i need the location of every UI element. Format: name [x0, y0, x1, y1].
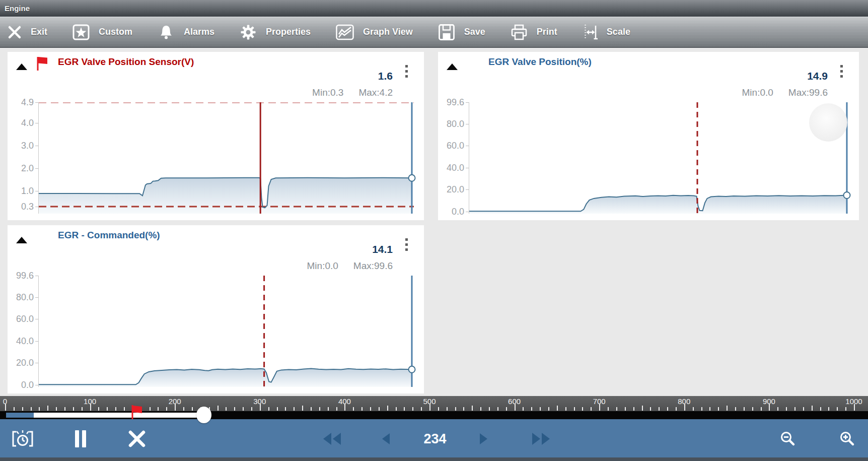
step-forward-button[interactable]: [477, 430, 491, 447]
alarm-flag-icon: [36, 56, 48, 71]
toolbar-button-graph-view[interactable]: Graph View: [335, 24, 413, 41]
toolbar-button-properties[interactable]: Properties: [239, 23, 311, 41]
pause-button[interactable]: [72, 428, 89, 449]
y-tick-label: 1.0: [21, 186, 34, 195]
plot-area[interactable]: [38, 102, 414, 214]
graph-area: EGR Valve Position Sensor(V) 1.6 Min:0.3…: [0, 48, 868, 396]
zoom-out-icon: [779, 430, 797, 447]
ruler-tick: [379, 407, 380, 411]
zoom-out-button[interactable]: [777, 428, 799, 449]
ruler-tick: [659, 407, 660, 411]
toolbar-label-alarms: Alarms: [184, 27, 214, 37]
collapse-arrow-button[interactable]: [16, 236, 28, 245]
plot-row: 4.94.03.02.01.00.3: [15, 102, 414, 214]
ruler-tick: [523, 407, 524, 411]
toolbar-label-properties: Properties: [266, 27, 311, 37]
ruler-tick: [268, 407, 269, 411]
collapse-arrow-button[interactable]: [16, 63, 28, 72]
ruler-tick: [82, 407, 83, 411]
bell-icon: [157, 24, 175, 41]
snapshot-button[interactable]: [9, 427, 36, 451]
ruler-tick: [14, 407, 15, 411]
window-title: Engine: [5, 4, 30, 13]
toolbar-button-print[interactable]: Print: [510, 24, 557, 41]
ruler-tick: [727, 406, 728, 411]
y-tick-label: 20.0: [16, 358, 34, 367]
timeline-thumb[interactable]: [196, 407, 211, 423]
exit-x-icon: [7, 25, 22, 40]
timeline-scrollbar[interactable]: [0, 411, 868, 419]
min-value: Min:0.0: [742, 87, 773, 98]
y-tick-label: 3.0: [21, 141, 34, 150]
min-value: Min:0.0: [307, 260, 338, 272]
chart-menu-button[interactable]: [403, 63, 410, 80]
y-axis-labels: 4.94.03.02.01.00.3: [15, 102, 38, 214]
timeline-flag-marker[interactable]: [131, 405, 143, 419]
zoom-in-button[interactable]: [837, 428, 858, 449]
ruler-tick: [447, 407, 448, 411]
collapse-arrow-button[interactable]: [446, 63, 458, 72]
y-tick-label: 4.9: [21, 98, 34, 107]
toolbar-label-exit: Exit: [31, 27, 47, 37]
timeline-ruler[interactable]: 01002003004005006007008009001000: [0, 396, 868, 411]
ruler-tick: [744, 407, 745, 411]
toolbar-button-exit[interactable]: Exit: [7, 25, 47, 40]
y-axis-labels: 99.680.060.040.020.00.0: [15, 276, 38, 387]
toolbar-button-save[interactable]: Save: [438, 23, 485, 41]
chart-menu-button[interactable]: [838, 63, 845, 80]
ruler-tick: [676, 407, 677, 411]
y-tick-label: 0.0: [452, 207, 464, 216]
ruler-label: 900: [763, 397, 775, 406]
rewind-button[interactable]: [320, 430, 344, 448]
y-tick-label: 80.0: [447, 119, 464, 128]
ruler-tick: [489, 407, 490, 411]
star-icon: [72, 23, 90, 41]
toolbar-button-alarms[interactable]: Alarms: [157, 24, 214, 41]
step-back-button[interactable]: [379, 430, 393, 447]
ruler-tick: [777, 407, 778, 411]
ruler-tick: [361, 407, 363, 411]
ruler-tick: [752, 407, 753, 411]
y-tick-label: 20.0: [447, 185, 464, 194]
plot-area[interactable]: [469, 102, 849, 214]
y-tick-label: 0.3: [21, 202, 34, 211]
plot-area[interactable]: [38, 276, 414, 387]
clear-button[interactable]: [126, 428, 148, 450]
toolbar-button-scale[interactable]: Scale: [582, 23, 630, 41]
y-tick-label: 2.0: [21, 164, 34, 173]
ruler-tick: [540, 407, 541, 411]
ruler-tick: [251, 407, 252, 411]
chart-menu-button[interactable]: [403, 236, 410, 253]
chart-title: EGR Valve Position(%): [488, 56, 592, 68]
x-icon: [128, 430, 146, 448]
y-tick-label: 4.0: [21, 118, 34, 127]
ruler-tick: [22, 407, 23, 411]
frame-counter: 234: [423, 431, 446, 447]
ruler-tick: [302, 406, 303, 411]
ruler-label: 800: [678, 397, 690, 406]
chart-title: EGR - Commanded(%): [58, 230, 160, 241]
ruler-tick: [625, 407, 626, 411]
ruler-tick: [396, 407, 397, 411]
ruler-tick: [828, 407, 829, 411]
ruler-label: 500: [423, 397, 436, 406]
min-max-readout: Min:0.0 Max:99.6: [307, 260, 393, 272]
next-icon: [479, 432, 489, 445]
ruler-tick: [285, 407, 286, 411]
fast-forward-icon: [531, 432, 551, 446]
ruler-tick: [218, 406, 219, 411]
ruler-tick: [761, 407, 762, 411]
ruler-tick: [107, 407, 108, 411]
chart-panel-egr-valve-position: EGR Valve Position(%) 14.9 Min:0.0 Max:9…: [438, 52, 859, 220]
ruler-tick: [98, 407, 99, 411]
plot-row: 99.680.060.040.020.00.0: [445, 102, 849, 214]
fast-forward-button[interactable]: [529, 430, 553, 448]
ruler-label: 200: [169, 397, 181, 406]
y-axis-labels: 99.680.060.040.020.00.0: [445, 102, 469, 214]
toolbar-button-custom[interactable]: Custom: [72, 23, 132, 41]
snapshot-clock-icon: [11, 429, 34, 449]
ruler-tick: [387, 406, 388, 411]
ruler-tick: [845, 407, 846, 411]
ruler-label: 400: [338, 397, 351, 406]
ruler-tick: [786, 407, 787, 411]
